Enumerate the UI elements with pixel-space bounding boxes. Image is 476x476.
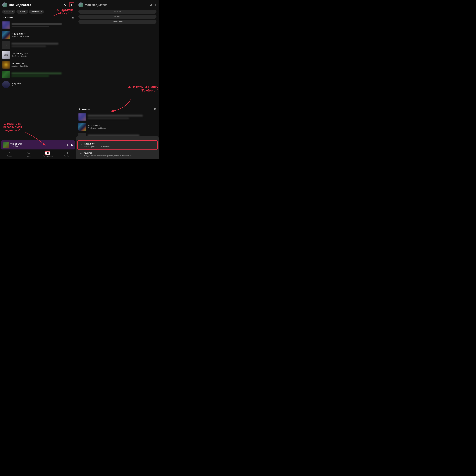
sheet-item-playlist[interactable]: ♪ Плейлист Добавь треки в новый плейлист [77,140,158,150]
left-sort-left[interactable]: ⇅ Недавние [2,16,13,18]
list-item[interactable]: SKZ-REPLAY Альбом • Stray Kids [1,60,75,70]
now-playing-title: THE SOUND [10,143,66,145]
item-thumb-6 [2,71,10,78]
left-search-button[interactable] [64,3,67,6]
left-header-icons: + [64,2,74,7]
item-meta-2: Плейлист • yoshibang [12,35,74,37]
right-sort-left[interactable]: ⇅ Недавние [78,108,90,110]
right-sort-icon: ⇅ [78,108,80,110]
playlist-sheet-icon: ♪ [80,143,82,146]
sheet-item-info-1: Плейлист Добавь треки в новый плейлист [84,143,110,148]
left-filter-tabs: Плейлисты Альбомы Исполнители [0,9,76,15]
right-item-meta-2: Плейлист • yoshibang [88,127,156,129]
item-thumb-5 [2,61,10,68]
item-meta-3 [12,46,46,47]
item-meta-7: И... [12,85,74,87]
item-name-1 [12,23,62,25]
right-item-thumb-1 [78,113,86,121]
now-playing-icons: ⊟ ▶ [67,143,73,147]
right-header-title: Моя медиатека [85,3,148,7]
left-tab-albums[interactable]: Альбомы [17,10,28,14]
sheet-item-desc-2: Создай общий плейлист с треками, которые… [84,155,133,157]
left-header-title: Моя медиатека [9,3,63,7]
right-add-button[interactable]: + [155,3,156,7]
item-info-6 [12,72,74,77]
screen-container: Моя медиатека + Плейлисты Альбомы Исполн… [0,0,159,159]
nav-item-home[interactable]: ⌂ Главная [0,151,19,157]
list-item[interactable]: ♪ [1,40,75,50]
nav-item-premium[interactable]: ⊕ Premium [57,151,76,157]
premium-icon: ⊕ [66,151,68,155]
sheet-item-title-1: Плейлист [84,143,110,145]
right-search-button[interactable] [150,3,153,6]
nav-label-library: Моя медиатека [43,155,52,157]
item-thumb-3: ♪ [2,41,10,49]
left-sort-row: ⇅ Недавние ⊞ [0,15,76,20]
svg-point-3 [150,4,152,6]
list-item[interactable]: THIS IS Stray Kids This Is Stray Kids Пл… [1,50,75,60]
left-header: Моя медиатека + [0,0,76,9]
left-sort-label: Недавние [5,17,13,18]
sort-icon: ⇅ [2,16,4,18]
right-tab-playlists[interactable]: Плейлисты [78,10,156,14]
list-item[interactable]: THERE NIGHT Плейлист • yoshibang [1,30,75,40]
now-playing-artist: Stray Kids [10,145,66,147]
sheet-item-blend[interactable]: ⊘ Синтез Создай общий плейлист с треками… [76,150,159,159]
item-info-1 [12,23,74,27]
left-tab-artists[interactable]: Исполнители [29,10,44,14]
right-item-info-2: THERE NIGHT Плейлист • yoshibang [88,124,156,129]
item-name-6 [12,72,62,74]
left-add-button[interactable]: + [69,2,74,7]
sheet-item-title-2: Синтез [84,152,133,154]
svg-line-4 [152,5,152,6]
list-item[interactable]: Stray Kids И... [1,80,75,89]
play-button[interactable]: ▶ [71,143,73,147]
right-avatar[interactable] [78,2,83,7]
right-header-icons: + [150,3,156,7]
library-icon: ▐▐ [46,152,49,154]
right-tab-albums[interactable]: Альбомы [78,15,156,19]
nav-item-search[interactable]: Поиск [19,151,38,157]
item-name-4: This Is Stray Kids [12,52,74,55]
nav-label-premium: Premium [64,155,69,157]
item-thumb-7 [2,81,10,88]
list-item[interactable] [77,112,158,122]
blend-sheet-icon: ⊘ [80,152,82,155]
item-name-2: THERE NIGHT [12,33,74,35]
left-tab-playlists[interactable]: Плейлисты [2,10,15,14]
nav-label-home: Главная [7,155,12,157]
item-thumb-1 [2,21,10,29]
now-playing-bar[interactable]: THE SOUND Stray Kids ⊟ ▶ [1,140,75,150]
list-item[interactable]: THERE NIGHT Плейлист • yoshibang [77,122,158,132]
right-header: Моя медиатека + [76,0,159,9]
item-meta-5: Альбом • Stray Kids [12,65,74,67]
sheet-handle [115,138,120,138]
right-item-thumb-2 [78,123,86,131]
item-name-5: SKZ-REPLAY [12,62,74,65]
left-grid-icon[interactable]: ⊞ [72,16,74,19]
nav-label-search: Поиск [27,155,31,157]
bottom-sheet: ♪ Плейлист Добавь треки в новый плейлист… [76,136,159,159]
item-info-2: THERE NIGHT Плейлист • yoshibang [12,33,74,37]
sheet-item-desc-1: Добавь треки в новый плейлист [84,145,110,148]
sheet-item-info-2: Синтез Создай общий плейлист с треками, … [84,152,133,157]
right-tab-artists[interactable]: Исполнители [78,20,156,24]
item-name-3 [12,43,58,45]
right-filter-tabs: Плейлисты Альбомы Исполнители [76,9,159,107]
right-panel: Моя медиатека + Плейлисты Альбомы Исполн… [76,0,159,159]
right-sort-label: Недавние [81,108,90,110]
item-info-4: This Is Stray Kids Плейлист • Spotify [12,52,74,57]
item-thumb-4: THIS IS Stray Kids [2,51,10,59]
left-panel: Моя медиатека + Плейлисты Альбомы Исполн… [0,0,76,159]
item-meta-1 [12,26,49,27]
list-item[interactable] [1,20,75,30]
avatar[interactable] [2,2,7,7]
library-nav-icon-bg: ▐▐ [45,151,51,155]
right-grid-icon[interactable]: ⊞ [154,108,156,111]
home-icon: ⌂ [9,151,10,155]
left-library-list: THERE NIGHT Плейлист • yoshibang ♪ TH [0,20,76,140]
list-item[interactable] [1,70,75,80]
cast-button[interactable]: ⊟ [67,143,69,146]
item-info-5: SKZ-REPLAY Альбом • Stray Kids [12,62,74,67]
nav-item-library[interactable]: ▐▐ Моя медиатека [38,151,57,157]
